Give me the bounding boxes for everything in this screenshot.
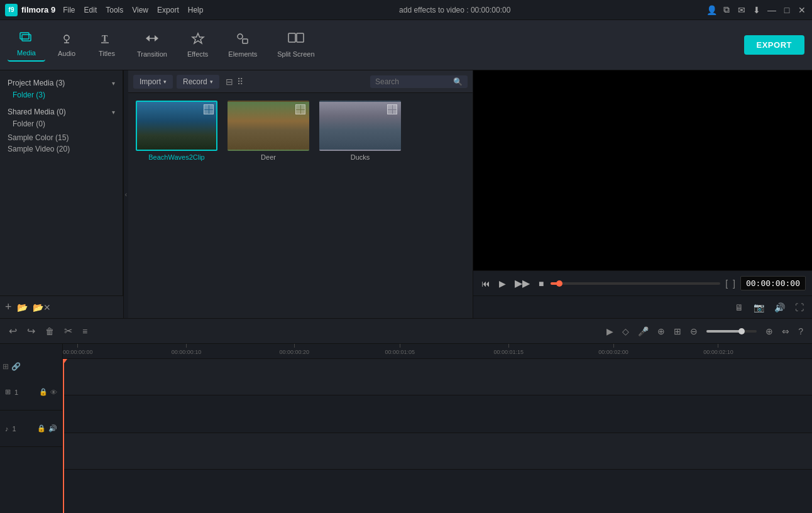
export-button[interactable]: EXPORT — [744, 35, 804, 55]
media-item-deer[interactable]: Deer — [228, 101, 309, 161]
link-button[interactable]: 🔗 — [11, 362, 21, 371]
video-track-controls: 🔒 👁 — [39, 388, 57, 396]
prev-bracket-button[interactable]: [ — [725, 279, 728, 289]
remove-folder-button[interactable]: 📂✕ — [33, 302, 51, 312]
zoom-slider[interactable] — [706, 330, 757, 333]
grid-overlay-ducks — [387, 104, 397, 114]
play-pause-button[interactable]: ▶ — [497, 277, 508, 290]
import-button[interactable]: Import ▾ — [133, 75, 173, 89]
ruler-mark-115: 00:00:01:15 — [493, 344, 524, 355]
toolbar-titles[interactable]: T Titles — [88, 29, 126, 61]
toolbar-splitscreen[interactable]: Split Screen — [268, 28, 323, 62]
adjust-button[interactable]: ≡ — [80, 324, 90, 339]
toolbar-effects[interactable]: Effects — [178, 28, 217, 62]
split-button[interactable]: ⊞ — [671, 324, 684, 339]
sidebar-collapse-handle[interactable]: ‹ — [123, 70, 128, 318]
svg-marker-8 — [192, 33, 204, 43]
sidebar-folder-item[interactable]: Folder (3) — [5, 89, 118, 101]
grid-icon[interactable]: ⠿ — [237, 77, 243, 87]
ruler-mark-20: 00:00:00:20 — [279, 344, 309, 355]
preview-toolbar: 🖥 📷 🔊 ⛶ — [473, 295, 812, 318]
minimize-button[interactable]: — — [767, 5, 777, 15]
search-icon[interactable]: 🔍 — [453, 77, 463, 86]
media-item-beachwaves[interactable]: BeachWaves2Clip — [136, 101, 217, 161]
fullscreen-button[interactable]: ⛶ — [793, 301, 806, 314]
window-controls: 👤 ⧉ ✉ ⬇ — □ ✕ — [706, 5, 807, 15]
help-button[interactable]: ? — [796, 324, 806, 339]
logo-icon: f9 — [5, 4, 18, 16]
sidebar-sample-video[interactable]: Sample Video (20) — [0, 143, 123, 155]
close-button[interactable]: ✕ — [797, 5, 807, 15]
track-row-video1[interactable] — [63, 359, 812, 395]
menu-file[interactable]: File — [63, 6, 75, 14]
toolbar-transition[interactable]: Transition — [128, 28, 176, 62]
menu-edit[interactable]: Edit — [84, 6, 97, 14]
stop-button[interactable]: ■ — [537, 277, 546, 290]
preview-controls: ⏮ ▶ ▶▶ ■ [ ] 00:00:00:00 — [473, 270, 812, 295]
prev-frame-button[interactable]: ⏮ — [480, 277, 492, 290]
next-bracket-button[interactable]: ] — [733, 279, 735, 289]
render-button[interactable]: 🖥 — [733, 301, 745, 314]
titles-label: Titles — [99, 50, 115, 57]
tracks-container — [63, 359, 812, 513]
record-label: Record — [183, 77, 207, 86]
sidebar-shared-media-header[interactable]: Shared Media (0) ▾ — [5, 106, 118, 118]
search-input[interactable] — [375, 77, 451, 86]
audio-lock-button[interactable]: 🔒 — [37, 424, 46, 433]
snap-button[interactable]: ⊞ — [3, 362, 9, 371]
svg-rect-12 — [297, 33, 304, 42]
play-timeline-button[interactable]: ▶ — [604, 324, 616, 339]
window-title: add effects to video : 00:00:00:00 — [203, 6, 706, 14]
snapshot-button[interactable]: 📷 — [752, 301, 766, 314]
maximize-button[interactable]: □ — [782, 5, 792, 15]
ruler-mark-10: 00:00:00:10 — [172, 344, 202, 355]
media-item-ducks[interactable]: Ducks — [319, 101, 401, 161]
insert-button[interactable]: ⊕ — [655, 324, 667, 339]
menu-tools[interactable]: Tools — [106, 6, 123, 14]
message-icon[interactable]: ✉ — [737, 5, 747, 15]
download-icon[interactable]: ⬇ — [752, 5, 762, 15]
splitscreen-label: Split Screen — [277, 50, 314, 58]
mark-button[interactable]: ◇ — [620, 324, 632, 339]
add-folder-button[interactable]: 📂 — [17, 302, 28, 312]
toolbar-audio[interactable]: Audio — [48, 29, 85, 61]
cut-button[interactable]: ✂ — [62, 323, 75, 339]
preview-progress-bar[interactable] — [551, 282, 720, 285]
media-label-ducks: Ducks — [351, 153, 370, 161]
toolbar-elements[interactable]: Elements — [219, 28, 266, 62]
add-media-button[interactable]: + — [5, 301, 12, 314]
audio-volume-button[interactable]: 🔊 — [48, 424, 57, 433]
volume-button[interactable]: 🔊 — [772, 301, 787, 314]
zoom-out-button[interactable]: ⊖ — [688, 324, 700, 339]
fit-button[interactable]: ⇔ — [779, 324, 792, 339]
playhead — [63, 359, 64, 513]
track-row-audio1[interactable] — [63, 433, 812, 470]
undo-button[interactable]: ↩ — [6, 323, 19, 339]
record-audio-button[interactable]: 🎤 — [635, 324, 651, 339]
ruler-mark-105: 00:00:01:05 — [385, 344, 415, 355]
sidebar-sample-color[interactable]: Sample Color (15) — [0, 132, 123, 143]
video-visibility-button[interactable]: 👁 — [50, 388, 57, 396]
video-lock-button[interactable]: 🔒 — [39, 388, 48, 396]
menu-export[interactable]: Export — [157, 6, 179, 14]
delete-button[interactable]: 🗑 — [43, 324, 57, 339]
filter-icon[interactable]: ⊟ — [226, 77, 233, 87]
video-track-label: 1 — [14, 389, 18, 396]
user-icon[interactable]: 👤 — [706, 5, 716, 15]
zoom-in-button[interactable]: ⊕ — [763, 324, 776, 339]
menu-help[interactable]: Help — [188, 6, 204, 14]
play-button[interactable]: ▶▶ — [513, 275, 532, 291]
track-headers: ⊞ 🔗 ⊞ 1 🔒 👁 ♪ 1 🔒 🔊 — [0, 344, 63, 513]
sidebar-project-media-header[interactable]: Project Media (3) ▾ — [5, 77, 118, 89]
sidebar-shared-folder-item[interactable]: Folder (0) — [5, 118, 118, 130]
ruler-marks-container: 00:00:00:00 00:00:00:10 00:00:00:20 00:0… — [63, 344, 812, 358]
split-windows-icon[interactable]: ⧉ — [721, 5, 732, 15]
effects-label: Effects — [187, 50, 208, 58]
record-button[interactable]: Record ▾ — [177, 75, 219, 89]
media-grid: BeachWaves2Clip Deer — [128, 93, 473, 318]
svg-rect-0 — [20, 33, 29, 39]
redo-button[interactable]: ↪ — [25, 323, 38, 339]
toolbar-media[interactable]: Media — [8, 28, 45, 62]
menu-view[interactable]: View — [132, 6, 148, 14]
track-empty-area — [63, 395, 812, 433]
